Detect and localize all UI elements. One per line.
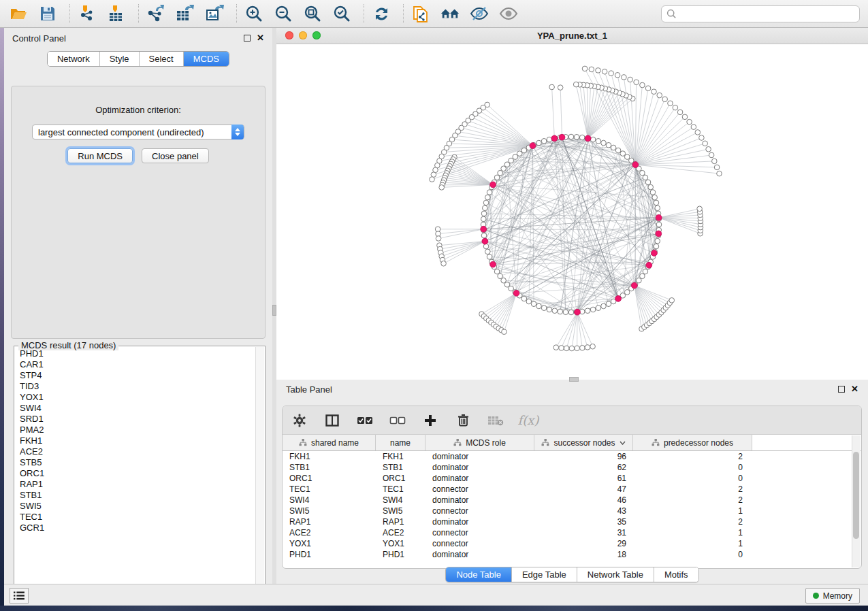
graph-node[interactable] (504, 282, 510, 288)
mcds-result-item[interactable]: TID3 (17, 381, 254, 392)
graph-hub-node[interactable] (656, 231, 662, 237)
share-document-button[interactable] (411, 3, 431, 24)
graph-node[interactable] (596, 139, 601, 144)
graph-node[interactable] (541, 139, 547, 144)
export-network-button[interactable] (146, 3, 166, 24)
graph-node[interactable] (654, 200, 659, 205)
graph-node[interactable] (481, 233, 487, 238)
import-table-button[interactable] (106, 3, 127, 24)
table-row[interactable]: RAP1RAP1dominator352 (283, 516, 861, 527)
graph-node[interactable] (620, 151, 626, 156)
graph-node[interactable] (498, 170, 503, 176)
mcds-result-item[interactable]: RAP1 (17, 479, 254, 490)
criterion-select[interactable]: largest connected component (undirected) (32, 125, 244, 139)
graph-hub-node[interactable] (481, 226, 487, 232)
graph-node[interactable] (706, 146, 711, 152)
search-field[interactable] (661, 5, 860, 22)
graph-node[interactable] (590, 137, 596, 142)
graph-node[interactable] (559, 346, 564, 351)
table-row[interactable]: SWI5SWI5connector431 (283, 506, 861, 516)
graph-node[interactable] (517, 151, 522, 156)
mcds-result-item[interactable]: GCR1 (17, 523, 254, 533)
graph-node[interactable] (526, 299, 532, 304)
graph-node[interactable] (606, 142, 611, 148)
graph-node[interactable] (709, 152, 714, 158)
graph-hub-node[interactable] (646, 262, 652, 268)
graph-node[interactable] (682, 114, 688, 120)
graph-node[interactable] (643, 175, 648, 180)
graph-node[interactable] (494, 269, 500, 274)
graph-node[interactable] (654, 244, 659, 249)
graph-hub-node[interactable] (656, 214, 662, 220)
tab-network[interactable]: Network (48, 52, 100, 66)
column-header-name[interactable]: name (376, 435, 425, 450)
graph-node[interactable] (601, 140, 607, 146)
graph-node[interactable] (563, 310, 568, 315)
graph-node[interactable] (569, 346, 575, 351)
table-row[interactable]: FKH1FKH1dominator962 (283, 451, 861, 462)
graph-node[interactable] (669, 298, 675, 303)
graph-node[interactable] (662, 97, 668, 102)
refresh-button[interactable] (371, 3, 391, 24)
graph-node[interactable] (485, 249, 491, 254)
houses-button[interactable] (440, 3, 460, 24)
graph-node[interactable] (615, 73, 620, 78)
mcds-list-scrollbar[interactable] (255, 347, 264, 597)
graph-node[interactable] (483, 244, 489, 249)
graph-node[interactable] (656, 222, 662, 227)
graph-node[interactable] (609, 71, 614, 76)
graph-node[interactable] (541, 306, 547, 311)
graph-node[interactable] (549, 84, 555, 90)
graph-node[interactable] (624, 290, 630, 295)
zoom-in-button[interactable] (244, 3, 264, 24)
graph-node[interactable] (695, 130, 701, 135)
mcds-result-item[interactable]: FKH1 (17, 435, 254, 446)
graph-node[interactable] (657, 93, 662, 98)
export-image-button[interactable] (204, 3, 225, 24)
graph-node[interactable] (585, 308, 590, 314)
graph-hub-node[interactable] (575, 309, 581, 315)
graph-node[interactable] (711, 159, 717, 164)
graph-node[interactable] (487, 254, 492, 260)
column-header-shared-name[interactable]: shared name (283, 435, 376, 450)
memory-button[interactable]: Memory (805, 588, 860, 604)
graph-hub-node[interactable] (490, 182, 496, 188)
graph-node[interactable] (547, 137, 552, 142)
mcds-result-item[interactable]: PMA2 (17, 425, 254, 435)
tab-motifs[interactable]: Motifs (654, 567, 698, 582)
graph-node[interactable] (590, 307, 596, 312)
graph-hub-node[interactable] (490, 261, 496, 267)
graph-node[interactable] (699, 135, 705, 141)
add-column-button[interactable] (421, 412, 439, 429)
graph-node[interactable] (624, 154, 630, 160)
graph-node[interactable] (589, 67, 594, 72)
show-columns-button[interactable] (323, 412, 341, 429)
graph-node[interactable] (637, 278, 642, 283)
zoom-fit-button[interactable] (302, 3, 323, 24)
graph-node[interactable] (568, 310, 574, 315)
tab-network-table[interactable]: Network Table (577, 567, 654, 582)
graph-node[interactable] (645, 180, 651, 185)
graph-node[interactable] (579, 135, 585, 140)
network-canvas[interactable] (276, 44, 868, 380)
graph-hub-node[interactable] (551, 135, 558, 142)
graph-node[interactable] (504, 162, 510, 167)
graph-node[interactable] (714, 165, 720, 170)
graph-node[interactable] (558, 309, 563, 314)
graph-node[interactable] (582, 66, 588, 71)
graph-hub-node[interactable] (652, 250, 658, 257)
graph-node[interactable] (596, 306, 601, 311)
maximize-window-icon[interactable] (312, 31, 321, 39)
graph-node[interactable] (568, 134, 574, 139)
graph-node[interactable] (615, 148, 621, 153)
graph-node[interactable] (697, 206, 703, 212)
graph-node[interactable] (650, 190, 656, 195)
graph-node[interactable] (602, 69, 607, 75)
graph-node[interactable] (590, 344, 596, 349)
graph-node[interactable] (485, 195, 491, 200)
mcds-result-item[interactable]: SWI4 (17, 403, 254, 414)
graph-node[interactable] (521, 148, 527, 153)
table-row[interactable]: YOX1YOX1connector291 (283, 538, 861, 549)
network-graph[interactable] (276, 44, 868, 380)
table-row[interactable]: PHD1PHD1dominator180 (283, 549, 861, 560)
